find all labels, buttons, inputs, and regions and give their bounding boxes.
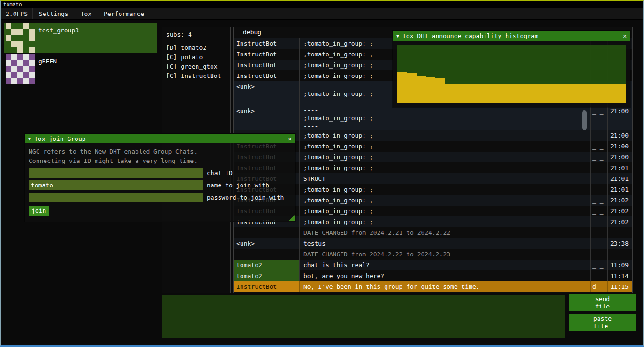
histogram-bar: [445, 84, 449, 103]
histogram-bar: [464, 84, 469, 103]
chat-id-input[interactable]: [29, 168, 203, 178]
close-icon[interactable]: ✕: [288, 135, 292, 142]
sender-name: InstructBot: [234, 281, 299, 292]
member-item[interactable]: [C] potato: [162, 53, 230, 62]
join-window-titlebar[interactable]: ▼ Tox join Group ✕: [25, 134, 295, 143]
histogram-bar: [530, 84, 535, 103]
group-avatar-icon: [6, 54, 35, 84]
sidebar-item-test-group3[interactable]: test_group3: [4, 23, 157, 53]
histogram-bar: [564, 84, 568, 103]
histogram-window-titlebar[interactable]: ▼ Tox DHT announce capability histogram …: [393, 31, 630, 41]
message-flags: _ _: [590, 270, 607, 281]
message-time: 21:02: [607, 216, 632, 227]
histogram-bar: [397, 72, 402, 103]
chat-row: DATE CHANGED from 2024.2.22 to 2024.2.23: [234, 249, 632, 260]
histogram-bar: [526, 84, 530, 103]
ngc-info-line-1: NGC refers to the New DHT enabled Group …: [29, 147, 291, 156]
message-time: 21:01: [607, 184, 632, 195]
message-text: ;tomato_in_group: ;: [299, 195, 590, 206]
sender-name: tomato2: [234, 270, 299, 281]
histogram-bar: [602, 84, 606, 103]
message-input[interactable]: [162, 295, 565, 338]
app-window: tomato 2.0FPS Settings Tox Performance t…: [0, 0, 644, 347]
close-icon[interactable]: ✕: [623, 32, 627, 39]
message-flags: _ _: [590, 106, 607, 130]
menu-tox[interactable]: Tox: [75, 8, 98, 19]
join-window-title: Tox join Group: [34, 135, 285, 142]
subs-count-label: subs: 4: [162, 27, 230, 41]
join-password-input[interactable]: [29, 193, 203, 202]
chat-id-label: chat ID: [207, 170, 233, 177]
message-flags: _ _: [590, 216, 607, 227]
message-flags: _ _: [590, 260, 607, 270]
histogram-bar: [407, 73, 411, 103]
menu-performance[interactable]: Performance: [98, 8, 150, 19]
histogram-bar: [545, 84, 549, 103]
sidebar-item-green[interactable]: gREEN: [4, 54, 157, 84]
chat-row: <unk>---- ;tomato_in_group: ; ----_ _21:…: [234, 106, 632, 130]
histogram-bar: [431, 77, 435, 103]
window-titlebar: tomato: [1, 1, 643, 8]
message-text: STRUCT: [299, 173, 590, 184]
join-button[interactable]: join: [29, 206, 49, 216]
join-name-label: name to join with: [207, 182, 269, 189]
sender-name: InstructBot: [234, 49, 299, 60]
chat-scrollbar-thumb[interactable]: [582, 110, 587, 130]
message-time: 11:15: [607, 281, 632, 292]
histogram-bar: [621, 84, 626, 103]
histogram-bar: [488, 84, 492, 103]
collapse-triangle-icon[interactable]: ▼: [28, 136, 31, 141]
histogram-bar: [507, 84, 511, 103]
sender-name: [234, 227, 299, 238]
message-time: [607, 249, 632, 260]
histogram-bar: [417, 76, 421, 103]
dht-histogram-window: ▼ Tox DHT announce capability histogram …: [393, 30, 630, 107]
message-text: DATE CHANGED from 2024.2.21 to 2024.2.22: [299, 227, 590, 238]
chat-row: tomato2chat is this real?_ _11:09: [234, 260, 632, 270]
histogram-bar: [421, 76, 426, 103]
join-name-input[interactable]: [29, 180, 203, 190]
members-list: [D] tomato2[C] potato[C] green_qtox[C] I…: [162, 41, 230, 81]
histogram-bar: [540, 84, 545, 103]
message-text: ;tomato_in_group: ;: [299, 130, 590, 141]
histogram-bar: [455, 84, 459, 103]
message-time: 21:00: [607, 130, 632, 141]
histogram-bar: [592, 84, 597, 103]
histogram-plot: [397, 45, 626, 103]
resize-grip[interactable]: [288, 215, 295, 221]
member-item[interactable]: [C] InstructBot: [162, 71, 230, 81]
histogram-bar: [578, 84, 583, 103]
histogram-window-title: Tox DHT announce capability histogram: [402, 32, 620, 39]
message-text: ;tomato_in_group: ;: [299, 184, 590, 195]
histogram-bar: [492, 84, 497, 103]
member-item[interactable]: [C] green_qtox: [162, 62, 230, 71]
message-flags: [590, 249, 607, 260]
histogram-bar: [440, 78, 445, 103]
histogram-bar: [606, 84, 611, 103]
send-file-label: send file: [595, 295, 610, 310]
message-flags: _ _: [590, 238, 607, 249]
histogram-bar: [550, 84, 554, 103]
histogram-bar: [516, 84, 521, 103]
message-time: [607, 227, 632, 238]
histogram-bar: [502, 84, 507, 103]
paste-file-button[interactable]: paste file: [569, 314, 636, 331]
histogram-bar: [459, 84, 464, 103]
message-text: ;tomato_in_group: ;: [299, 141, 590, 152]
message-text: ;tomato_in_group: ;: [299, 152, 590, 162]
message-text: bot, are you new here?: [299, 270, 590, 281]
sender-name: <unk>: [234, 106, 299, 130]
menu-settings[interactable]: Settings: [33, 8, 75, 19]
menubar: 2.0FPS Settings Tox Performance: [1, 8, 643, 20]
member-item[interactable]: [D] tomato2: [162, 43, 230, 53]
histogram-bar: [568, 84, 573, 103]
histogram-bar: [426, 77, 431, 103]
message-text: testus: [299, 238, 590, 249]
histogram-bar: [597, 84, 602, 103]
collapse-triangle-icon[interactable]: ▼: [396, 33, 399, 39]
send-file-button[interactable]: send file: [569, 294, 636, 311]
message-time: 23:38: [607, 238, 632, 249]
histogram-bar: [469, 84, 473, 103]
message-time: 21:00: [607, 106, 632, 130]
group-name: gREEN: [38, 58, 57, 65]
